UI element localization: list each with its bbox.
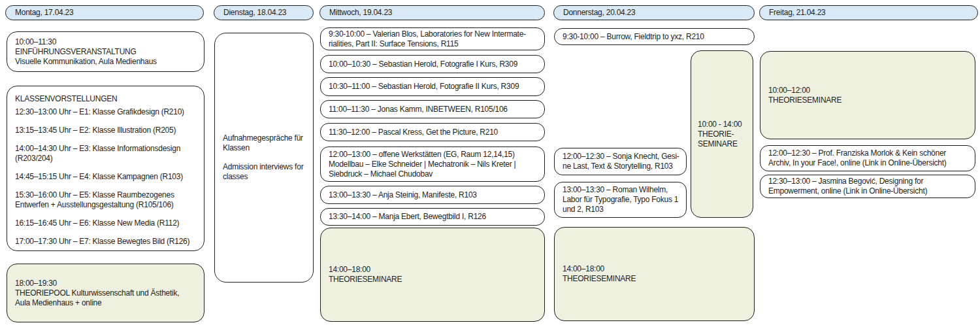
event-text: 10:00–10:30 – Sebastian Herold, Fotograf… <box>329 60 540 69</box>
event-time: 10:00–11:30 <box>15 37 200 47</box>
day-header-label: Donnerstag, 20.04.23 <box>563 8 635 18</box>
event-text: 12:00–12:30 – Sonja Knecht, Gesi- <box>563 152 682 162</box>
event-title: SEMINARE <box>698 139 749 149</box>
event-card: 13:00–13:30 – Roman Wilhelm, Labor für T… <box>554 182 687 218</box>
schedule-entry: 13:15–13:45 Uhr – E2: Klasse Illustratio… <box>15 126 200 135</box>
event-text: rialities, Part II: Surface Tensions, R1… <box>329 39 540 49</box>
event-text-en: Admission interviews for classes <box>223 162 309 182</box>
event-text: 13:00–13:30 – Roman Wilhelm, <box>563 185 682 195</box>
event-location: Aula Medienhaus + online <box>15 298 200 308</box>
event-card-theorieseminare: 14:00–18:00 THEORIESEMINARE <box>554 227 755 321</box>
schedule-entry: 12:30–13:00 Uhr – E1: Klasse Grafikdesig… <box>15 107 200 117</box>
day-header-label: Dienstag, 18.04.23 <box>223 8 286 18</box>
schedule-entry: 15:30–16:00 Uhr – E5: Klasse Raumbezogen… <box>15 190 200 210</box>
event-time: 14:00–18:00 <box>563 264 750 274</box>
day-header-tuesday: Dienstag, 18.04.23 <box>214 5 314 20</box>
event-text: 9:30-10:00 – Burrow, Fieldtrip to yxz, R… <box>563 32 750 42</box>
event-card-theoriepool: 18:00–19:30 THEORIEPOOL Kulturwissenscha… <box>7 264 204 322</box>
day-header-label: Mittwoch, 19.04.23 <box>329 8 392 18</box>
event-time: 14:00–18:00 <box>329 265 540 275</box>
event-time: 18:00–19:30 <box>15 279 200 288</box>
event-card: 13:30–14:00 – Manja Ebert, Bewegtbild I,… <box>320 208 545 226</box>
event-card-theorieseminare-morning: 10:00 - 14:00 THEORIE- SEMINARE <box>691 50 753 218</box>
event-time: 10:00–12:00 <box>768 86 971 95</box>
event-text: Labor für Typografie, Typo Fokus 1 <box>563 195 682 205</box>
event-text: 11:00–11:30 – Jonas Kamm, INBETWEEN, R10… <box>329 105 540 114</box>
event-card: 9:30-10:00 – Valerian Blos, Laboratories… <box>320 27 545 50</box>
day-header-monday: Montag, 17.04.23 <box>5 5 204 20</box>
event-text: 13:30–14:00 – Manja Ebert, Bewegtbild I,… <box>329 212 540 222</box>
day-header-label: Freitag, 21.04.23 <box>769 8 825 18</box>
event-title: THEORIESEMINARE <box>563 274 750 284</box>
event-title: THEORIEPOOL Kulturwissenschaft und Ästhe… <box>15 288 200 298</box>
event-card-open-workshops: 12:00–13:00 – offene Werkstätten (EG, Ra… <box>320 146 545 182</box>
schedule-entry: 16:15–16:45 Uhr – E6: Klasse New Media (… <box>15 218 200 228</box>
event-card: 9:30-10:00 – Burrow, Fieldtrip to yxz, R… <box>554 28 755 45</box>
event-card-theorieseminare: 10:00–12:00 THEORIESEMINARE <box>760 51 975 139</box>
event-card: 12:00–12:30 – Prof. Franziska Morlok & K… <box>760 145 975 171</box>
event-title: EINFÜHRUNGSVERANSTALTUNG <box>15 47 200 57</box>
event-card: 10:00–10:30 – Sebastian Herold, Fotograf… <box>320 55 545 73</box>
event-card: 12:30–13:00 – Jasmina Begović, Designing… <box>760 175 975 198</box>
event-text: ne Last, Text & Storytelling, R103 <box>563 162 682 171</box>
day-header-friday: Freitag, 21.04.23 <box>759 5 978 20</box>
event-title: THEORIESEMINARE <box>329 275 540 284</box>
schedule-entry: 17:00–17:30 Uhr – E7: Klasse Bewegtes Bi… <box>15 237 200 247</box>
event-text: 12:00–13:00 – offene Werkstätten (EG, Ra… <box>329 150 540 160</box>
weekly-schedule: Montag, 17.04.23 10:00–11:30 EINFÜHRUNGS… <box>0 0 980 327</box>
event-text: Siebdruck – Michael Chudobav <box>329 169 540 179</box>
schedule-entry: 14:45–15:15 Uhr – E4: Klasse Kampagnen (… <box>15 172 200 182</box>
event-text: 11:30–12:00 – Pascal Kress, Get the Pict… <box>329 128 540 137</box>
event-text: 9:30-10:00 – Valerian Blos, Laboratories… <box>329 29 540 39</box>
event-text: Archiv, In your Face!, online (Link in O… <box>768 158 971 168</box>
event-card-klassenvorstellungen: KLASSENVORSTELLUNGEN 12:30–13:00 Uhr – E… <box>7 86 204 251</box>
day-header-label: Montag, 17.04.23 <box>15 8 73 18</box>
event-time: 10:00 - 14:00 <box>698 120 749 129</box>
event-location: Visuelle Kommunikation, Aula Medienhaus <box>15 57 200 67</box>
event-text: 13:00–13:30 – Anja Steinig, Manifeste, R… <box>329 190 540 200</box>
event-card-theorieseminare: 14:00–18:00 THEORIESEMINARE <box>320 228 545 322</box>
event-text: 10:30–11:00 – Sebastian Herold, Fotograf… <box>329 82 540 92</box>
event-card-intro: 10:00–11:30 EINFÜHRUNGSVERANSTALTUNG Vis… <box>7 31 204 72</box>
event-card: 13:00–13:30 – Anja Steinig, Manifeste, R… <box>320 186 545 204</box>
event-text-de: Aufnahmegespräche für Klassen <box>223 133 309 153</box>
event-card-admission-interviews: Aufnahmegespräche für Klassen Admission … <box>214 33 314 283</box>
event-card: 10:30–11:00 – Sebastian Herold, Fotograf… <box>320 77 545 96</box>
event-text: 12:00–12:30 – Prof. Franziska Morlok & K… <box>768 148 971 158</box>
schedule-entry: 14:00–14:30 Uhr – E3: Klasse Information… <box>15 144 200 164</box>
day-header-thursday: Donnerstag, 20.04.23 <box>553 5 755 20</box>
event-card: 12:00–12:30 – Sonja Knecht, Gesi- ne Las… <box>554 148 687 175</box>
event-card: 11:30–12:00 – Pascal Kress, Get the Pict… <box>320 123 545 141</box>
event-title: THEORIE- <box>698 129 749 139</box>
event-card: 11:00–11:30 – Jonas Kamm, INBETWEEN, R10… <box>320 100 545 118</box>
event-title: THEORIESEMINARE <box>768 95 971 105</box>
event-text: Empowerment, online (Link in Online-Über… <box>768 186 971 196</box>
event-text: und 2, R103 <box>563 205 682 215</box>
event-heading: KLASSENVORSTELLUNGEN <box>15 94 200 104</box>
event-text: Modellbau – Elke Schneider | Mechatronik… <box>329 160 540 169</box>
day-header-wednesday: Mittwoch, 19.04.23 <box>319 5 545 20</box>
event-text: 12:30–13:00 – Jasmina Begović, Designing… <box>768 177 971 186</box>
